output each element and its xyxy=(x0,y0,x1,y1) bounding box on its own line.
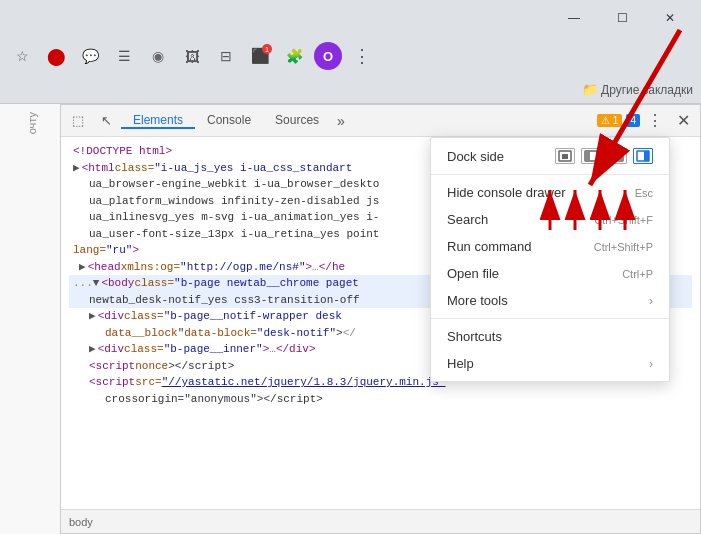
profile-avatar[interactable]: O xyxy=(314,42,342,70)
tab-more[interactable]: » xyxy=(331,113,351,129)
menu-item-help[interactable]: Help › xyxy=(431,350,669,377)
devtools-panel: ⬚ ↖ Elements Console Sources » ⚠ 1 4 ⋮ ✕… xyxy=(60,104,701,534)
tab-console[interactable]: Console xyxy=(195,113,263,129)
devtools-toolbar: ⬚ ↖ Elements Console Sources » ⚠ 1 4 ⋮ ✕ xyxy=(61,105,700,137)
devtools-breadcrumb: body xyxy=(69,516,93,528)
open-file-shortcut: Ctrl+P xyxy=(622,268,653,280)
title-bar: — ☐ ✕ xyxy=(0,0,701,36)
page-sidebar: очту xyxy=(0,104,65,534)
search-label: Search xyxy=(447,212,578,227)
hide-console-shortcut: Esc xyxy=(635,187,653,199)
menu-section-2: Shortcuts Help › xyxy=(431,319,669,381)
puzzle-icon[interactable]: 🧩 xyxy=(280,42,308,70)
devtools-dropdown-menu: Dock side xyxy=(430,137,670,382)
inspector-button[interactable]: ⬚ xyxy=(65,108,91,134)
main-area: очту ⬚ ↖ Elements Console Sources » ⚠ 1 … xyxy=(0,104,701,534)
help-label: Help xyxy=(447,356,649,371)
menu-item-hide-console[interactable]: Hide console drawer Esc xyxy=(431,179,669,206)
run-command-shortcut: Ctrl+Shift+P xyxy=(594,241,653,253)
dock-icons xyxy=(555,148,653,164)
devtools-footer: body xyxy=(61,509,700,533)
cursor-button[interactable]: ↖ xyxy=(93,108,119,134)
sidebar-text: очту xyxy=(26,112,38,134)
menu-section-1: Hide console drawer Esc Search Ctrl+Shif… xyxy=(431,175,669,319)
folder-icon: 📁 xyxy=(582,82,598,97)
expand-body[interactable]: ▼ xyxy=(93,275,100,292)
svg-rect-3 xyxy=(585,151,590,161)
tab-elements[interactable]: Elements xyxy=(121,113,195,129)
chat-icon[interactable]: 💬 xyxy=(76,42,104,70)
extensions-icon[interactable]: ☰ xyxy=(110,42,138,70)
player-icon[interactable]: ◉ xyxy=(144,42,172,70)
svg-rect-5 xyxy=(611,156,623,161)
run-command-label: Run command xyxy=(447,239,578,254)
svg-rect-1 xyxy=(562,154,568,159)
more-tools-arrow: › xyxy=(649,294,653,308)
dock-bottom-button[interactable] xyxy=(607,148,627,164)
devtools-menu-button[interactable]: ⋮ xyxy=(642,108,668,134)
nav-bar: ☆ ⬤ 💬 ☰ ◉ 🖼 ⊟ ⬛ 1 🧩 O ⋮ xyxy=(0,36,701,76)
warning-badge: ⚠ 1 xyxy=(597,114,622,127)
menu-item-run-command[interactable]: Run command Ctrl+Shift+P xyxy=(431,233,669,260)
image-icon[interactable]: 🖼 xyxy=(178,42,206,70)
svg-rect-7 xyxy=(644,151,649,161)
dock-right-button[interactable] xyxy=(633,148,653,164)
notification-icon[interactable]: ⬛ 1 xyxy=(246,42,274,70)
browser-menu-button[interactable]: ⋮ xyxy=(348,42,376,70)
opera-icon[interactable]: ⬤ xyxy=(42,42,70,70)
bookmarks-bar: 📁 Другие закладки xyxy=(0,76,701,104)
search-shortcut: Ctrl+Shift+F xyxy=(594,214,653,226)
info-badge: 4 xyxy=(626,114,640,127)
menu-item-shortcuts[interactable]: Shortcuts xyxy=(431,323,669,350)
more-tools-label: More tools xyxy=(447,293,649,308)
notification-badges: ⚠ 1 4 xyxy=(597,114,640,127)
code-line-16: crossorigin="anonymous"></script> xyxy=(69,391,692,408)
window-controls: — ☐ ✕ xyxy=(551,3,693,33)
dock-side-label: Dock side xyxy=(447,149,547,164)
menu-item-search[interactable]: Search Ctrl+Shift+F xyxy=(431,206,669,233)
dock-side-row: Dock side xyxy=(431,142,669,170)
shortcuts-label: Shortcuts xyxy=(447,329,653,344)
dock-undock-button[interactable] xyxy=(555,148,575,164)
expand-div1[interactable]: ▶ xyxy=(89,308,96,325)
hide-console-label: Hide console drawer xyxy=(447,185,619,200)
other-bookmarks-label: Другие закладки xyxy=(601,83,693,97)
menu-item-open-file[interactable]: Open file Ctrl+P xyxy=(431,260,669,287)
expand-head[interactable]: ▶ xyxy=(79,259,86,276)
dock-left-button[interactable] xyxy=(581,148,601,164)
star-icon[interactable]: ☆ xyxy=(8,42,36,70)
other-bookmarks[interactable]: 📁 Другие закладки xyxy=(582,82,693,97)
devtools-close-button[interactable]: ✕ xyxy=(670,108,696,134)
capture-icon[interactable]: ⊟ xyxy=(212,42,240,70)
close-button[interactable]: ✕ xyxy=(647,3,693,33)
tab-sources[interactable]: Sources xyxy=(263,113,331,129)
devtools-tabs: Elements Console Sources » xyxy=(121,113,595,129)
open-file-label: Open file xyxy=(447,266,606,281)
help-arrow: › xyxy=(649,357,653,371)
expand-html[interactable]: ▶ xyxy=(73,160,80,177)
dock-side-section: Dock side xyxy=(431,138,669,175)
minimize-button[interactable]: — xyxy=(551,3,597,33)
menu-item-more-tools[interactable]: More tools › xyxy=(431,287,669,314)
maximize-button[interactable]: ☐ xyxy=(599,3,645,33)
